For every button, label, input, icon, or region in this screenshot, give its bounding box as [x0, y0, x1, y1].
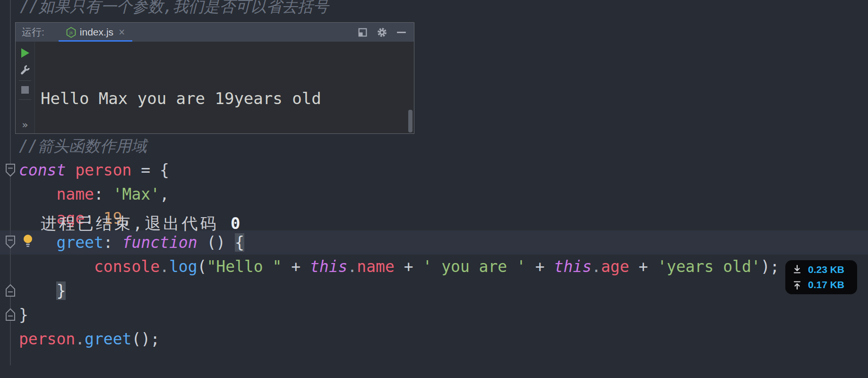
console-output[interactable]: Hello Max you are 19years old 进程已结束,退出代码…	[35, 42, 414, 133]
download-speed-row: 0.23 KB	[792, 264, 857, 275]
toolbar-separator	[19, 99, 31, 100]
download-icon	[792, 264, 802, 275]
more-actions-icon[interactable]: »	[22, 119, 28, 131]
settings-gear-icon[interactable]	[377, 27, 387, 38]
console-scrollbar[interactable]	[408, 110, 413, 132]
upload-speed-row: 0.17 KB	[792, 279, 857, 290]
code-line-top-comment[interactable]: //如果只有一个参数,我们是否可以省去括号	[20, 0, 329, 17]
tab-label: index.js	[80, 26, 113, 38]
exit-code-value: 0	[231, 214, 240, 233]
rerun-button[interactable]	[21, 48, 29, 58]
code-line[interactable]: person.greet();	[0, 327, 868, 351]
network-speed-widget: 0.23 KB 0.17 KB	[785, 260, 857, 294]
svg-text:js: js	[69, 30, 73, 35]
fold-open-icon[interactable]	[5, 235, 16, 249]
dock-window-icon[interactable]	[358, 28, 367, 37]
run-window-titlebar[interactable]: 运行: js index.js ×	[16, 23, 414, 42]
run-window-title: 运行:	[22, 26, 44, 39]
lightbulb-icon[interactable]	[22, 234, 34, 248]
minimize-icon[interactable]	[397, 32, 406, 33]
wrench-settings-icon[interactable]	[20, 64, 31, 75]
upload-speed-value: 0.17 KB	[808, 279, 844, 290]
code-line[interactable]: }	[0, 303, 868, 327]
upload-icon	[792, 280, 802, 290]
run-tool-window: 运行: js index.js ×	[15, 22, 414, 134]
fold-close-icon[interactable]	[5, 308, 16, 322]
console-line: Hello Max you are 19years old	[41, 88, 414, 109]
tab-close-icon[interactable]: ×	[119, 27, 125, 38]
console-blank-line	[41, 150, 414, 171]
console-exit-line: 进程已结束,退出代码 0	[41, 213, 414, 234]
download-speed-value: 0.23 KB	[808, 264, 844, 275]
stop-button[interactable]	[21, 86, 29, 94]
fold-close-icon[interactable]	[5, 283, 16, 298]
nodejs-icon: js	[66, 27, 76, 38]
fold-open-icon[interactable]	[5, 163, 16, 177]
run-tab-indexjs[interactable]: js index.js ×	[59, 23, 133, 42]
run-toolbar: »	[16, 42, 35, 133]
toolbar-separator	[19, 80, 31, 81]
run-window-body: » Hello Max you are 19years old 进程已结束,退出…	[16, 42, 414, 133]
